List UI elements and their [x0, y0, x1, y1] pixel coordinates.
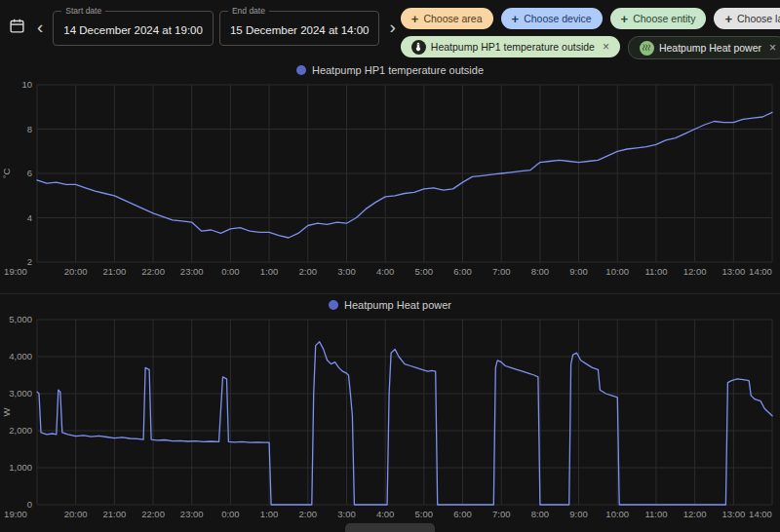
- chevron-right-icon: ›: [389, 17, 395, 37]
- next-period-button[interactable]: ›: [384, 18, 400, 36]
- temperature-chart[interactable]: 24681019:0020:0021:0022:0023:000:001:002…: [0, 79, 780, 288]
- svg-text:5:00: 5:00: [415, 509, 434, 519]
- svg-text:19:00: 19:00: [4, 266, 27, 277]
- svg-text:14:00: 14:00: [749, 266, 772, 277]
- svg-text:14:00: 14:00: [749, 509, 772, 519]
- svg-text:13:00: 13:00: [722, 266, 745, 277]
- legend-dot: [296, 65, 306, 75]
- svg-text:4:00: 4:00: [376, 266, 395, 277]
- chevron-left-icon: ‹: [37, 17, 43, 37]
- plus-icon: +: [411, 13, 419, 25]
- start-date-label: Start date: [61, 6, 105, 16]
- choose-label-chip[interactable]: + Choose label: [714, 8, 780, 29]
- svg-text:10: 10: [21, 79, 32, 90]
- svg-text:5:00: 5:00: [415, 266, 434, 277]
- svg-text:22:00: 22:00: [141, 266, 165, 277]
- end-date-field[interactable]: End date 15 December 2024 at 14:00: [219, 11, 380, 46]
- end-date-label: End date: [228, 6, 269, 16]
- svg-text:3:00: 3:00: [337, 266, 356, 277]
- svg-text:2: 2: [27, 256, 32, 267]
- svg-text:8:00: 8:00: [531, 509, 550, 519]
- thermometer-icon: [411, 40, 426, 55]
- svg-text:12:00: 12:00: [683, 266, 707, 277]
- svg-text:23:00: 23:00: [180, 509, 204, 519]
- start-date-value: 14 December 2024 at 19:00: [63, 24, 203, 36]
- svg-text:0:00: 0:00: [221, 266, 240, 277]
- close-icon[interactable]: ×: [603, 41, 609, 53]
- svg-text:2,000: 2,000: [9, 425, 32, 436]
- svg-text:21:00: 21:00: [102, 266, 126, 277]
- svg-text:12:00: 12:00: [683, 509, 707, 519]
- choose-device-label: Choose device: [524, 13, 591, 24]
- svg-text:4,000: 4,000: [9, 351, 32, 361]
- close-icon[interactable]: ×: [769, 42, 776, 54]
- end-date-value: 15 December 2024 at 14:00: [230, 24, 370, 36]
- entity-chip-temperature-label: Heatpump HP1 temperature outside: [431, 41, 595, 53]
- prev-period-button[interactable]: ‹: [32, 18, 48, 36]
- heat-wave-icon: [640, 41, 654, 56]
- svg-text:3,000: 3,000: [9, 388, 32, 399]
- svg-text:7:00: 7:00: [492, 266, 511, 277]
- header: ‹ Start date 14 December 2024 at 19:00 E…: [0, 0, 780, 59]
- choose-label-label: Choose label: [737, 13, 780, 24]
- filter-chips: + Choose area + Choose device + Choose e…: [401, 8, 780, 59]
- plus-icon: +: [621, 13, 629, 25]
- svg-text:20:00: 20:00: [64, 266, 88, 277]
- power-chart-legend[interactable]: Heatpump Heat power: [0, 296, 780, 314]
- svg-text:W: W: [1, 407, 12, 416]
- svg-text:6:00: 6:00: [453, 266, 472, 277]
- bottom-sheet-handle[interactable]: [345, 523, 435, 532]
- svg-text:19:00: 19:00: [4, 509, 27, 519]
- temperature-chart-legend[interactable]: Heatpump HP1 temperature outside: [0, 61, 780, 79]
- svg-text:3:00: 3:00: [337, 509, 356, 519]
- svg-text:9:00: 9:00: [569, 509, 588, 519]
- history-page: ‹ Start date 14 December 2024 at 19:00 E…: [0, 0, 780, 532]
- choose-entity-chip[interactable]: + Choose entity: [610, 8, 707, 29]
- choose-entity-label: Choose entity: [633, 13, 695, 24]
- svg-text:11:00: 11:00: [644, 266, 667, 277]
- svg-text:4: 4: [27, 212, 32, 223]
- svg-text:4:00: 4:00: [376, 509, 395, 519]
- svg-text:8:00: 8:00: [531, 266, 550, 277]
- svg-text:10:00: 10:00: [605, 266, 629, 277]
- svg-text:22:00: 22:00: [141, 509, 165, 519]
- svg-text:0: 0: [27, 499, 32, 510]
- svg-text:°C: °C: [1, 169, 12, 179]
- start-date-field[interactable]: Start date 14 December 2024 at 19:00: [53, 11, 214, 46]
- svg-text:8: 8: [27, 124, 32, 134]
- entity-chip-heat-power[interactable]: Heatpump Heat power ×: [628, 36, 780, 59]
- calendar-button[interactable]: [6, 15, 28, 40]
- entity-chip-heat-power-label: Heatpump Heat power: [659, 42, 761, 54]
- power-chart-legend-label: Heatpump Heat power: [344, 299, 451, 311]
- plus-icon: +: [724, 13, 732, 25]
- date-range-controls: ‹ Start date 14 December 2024 at 19:00 E…: [6, 8, 401, 46]
- svg-text:2:00: 2:00: [299, 509, 318, 519]
- svg-text:21:00: 21:00: [102, 509, 126, 519]
- svg-text:23:00: 23:00: [180, 266, 204, 277]
- svg-text:1:00: 1:00: [260, 266, 279, 277]
- svg-text:5,000: 5,000: [9, 314, 32, 324]
- choose-chips-row: + Choose area + Choose device + Choose e…: [401, 8, 780, 29]
- chart-divider: [0, 293, 780, 294]
- svg-text:2:00: 2:00: [299, 266, 318, 277]
- power-chart[interactable]: 01,0002,0003,0004,0005,00019:0020:0021:0…: [0, 314, 780, 530]
- svg-text:7:00: 7:00: [492, 509, 511, 519]
- svg-text:1,000: 1,000: [9, 462, 32, 473]
- plus-icon: +: [512, 13, 520, 25]
- svg-text:13:00: 13:00: [722, 509, 745, 519]
- choose-area-label: Choose area: [423, 13, 482, 24]
- legend-dot: [329, 300, 338, 310]
- svg-text:20:00: 20:00: [64, 509, 88, 519]
- selected-chips-row: Heatpump HP1 temperature outside × Heatp…: [401, 36, 780, 59]
- choose-device-chip[interactable]: + Choose device: [501, 8, 603, 29]
- svg-text:1:00: 1:00: [260, 509, 279, 519]
- temperature-chart-legend-label: Heatpump HP1 temperature outside: [312, 64, 484, 76]
- svg-text:11:00: 11:00: [644, 509, 667, 519]
- entity-chip-temperature[interactable]: Heatpump HP1 temperature outside ×: [401, 36, 620, 57]
- svg-text:6:00: 6:00: [453, 509, 472, 519]
- svg-text:6: 6: [27, 168, 32, 178]
- svg-text:10:00: 10:00: [605, 509, 629, 519]
- choose-area-chip[interactable]: + Choose area: [401, 8, 493, 29]
- svg-text:9:00: 9:00: [569, 266, 588, 277]
- svg-text:0:00: 0:00: [221, 509, 240, 519]
